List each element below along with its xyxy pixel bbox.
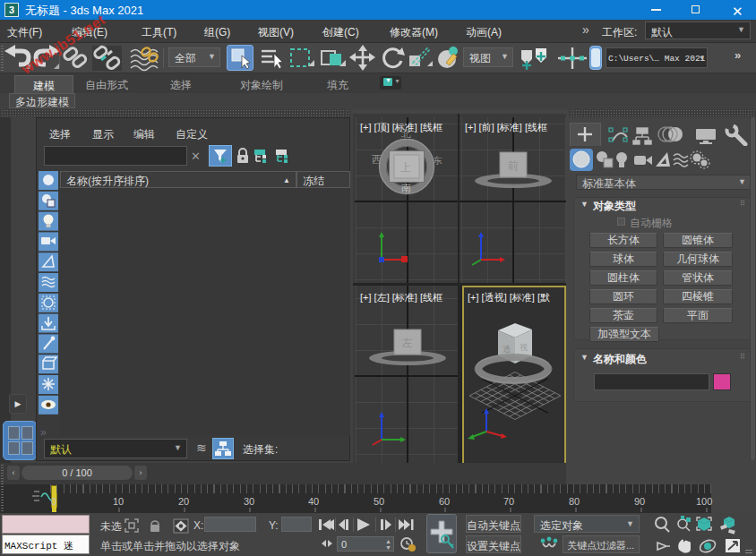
- svg-text:前: 前: [508, 159, 519, 172]
- svg-text:南: 南: [401, 183, 411, 193]
- svg-text:左: 左: [401, 337, 413, 349]
- svg-text:透: 透: [503, 345, 511, 354]
- svg-text:上: 上: [400, 161, 411, 174]
- svg-text:西: 西: [372, 154, 382, 165]
- svg-text:东: 东: [433, 155, 442, 166]
- svg-text:视: 视: [520, 343, 528, 352]
